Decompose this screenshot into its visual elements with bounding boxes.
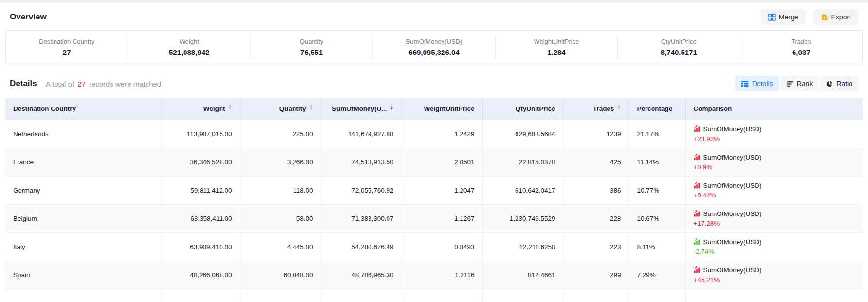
donut-chart-icon [826, 80, 833, 88]
export-button[interactable]: Export [813, 9, 858, 25]
cell-sum_of_money: 72,055,760.92 [321, 176, 402, 204]
details-title: Details [10, 79, 37, 89]
table-row [5, 289, 863, 302]
view-tab-ratio[interactable]: Ratio [820, 76, 858, 91]
cell-weight [161, 289, 240, 302]
trend-bars-icon [694, 182, 701, 189]
cell-weight_unit_price: 1.2429 [402, 120, 482, 148]
stat-label: Quantity [251, 38, 372, 45]
cell-trades: 1239 [563, 120, 629, 148]
view-tab-label: Rank [797, 80, 813, 88]
column-header-label: WeightUnitPrice [424, 105, 474, 112]
column-header-label: Weight [203, 105, 225, 112]
view-tab-details[interactable]: Details [735, 76, 779, 91]
cell-trades: 228 [563, 204, 629, 232]
match-prefix: A total of [46, 80, 74, 88]
sort-caret-down-icon: ▼ [390, 109, 394, 112]
table-row: France36,346,528.003,266.0074,513,913.50… [5, 148, 863, 176]
sort-carets[interactable]: ▲▼ [228, 106, 232, 112]
column-header-inner: SumOfMoney(U...▲▼ [332, 105, 393, 112]
table-body: Netherlands113,987,015.00225.00141,679,9… [5, 120, 863, 302]
comparison-indicator: SumOfMoney(USD) [694, 266, 855, 274]
column-header-inner: Destination Country [13, 105, 76, 112]
comparison-change-value: -2.74% [694, 248, 855, 255]
page: Overview Merge [0, 3, 868, 302]
column-header-weight_unit_price: WeightUnitPrice [402, 98, 482, 120]
comparison-metric-label: SumOfMoney(USD) [703, 125, 762, 133]
comparison-indicator: SumOfMoney(USD) [694, 182, 855, 189]
column-header-label: Destination Country [13, 105, 76, 112]
cell-weight_unit_price: 1.2116 [402, 261, 482, 289]
comparison-change-value: +23.93% [694, 135, 855, 142]
view-tabs: DetailsRankRatio [735, 76, 858, 91]
overview-card: Destination Country27Weight521,088,942Qu… [5, 30, 863, 64]
details-table: Destination CountryWeight▲▼Quantity▲▼Sum… [5, 98, 863, 302]
view-tab-rank[interactable]: Rank [780, 76, 819, 91]
sort-carets[interactable]: ▲▼ [390, 106, 394, 112]
comparison-change-value: +17.28% [694, 220, 855, 227]
column-header-label: SumOfMoney(U... [332, 105, 387, 112]
cell-qty_unit_price: 1,230,746.5529 [482, 204, 563, 232]
cell-sum_of_money: 141,679,927.88 [321, 120, 402, 148]
stat-cell-quantity: Quantity76,551 [250, 35, 372, 59]
merge-button[interactable]: Merge [761, 9, 806, 25]
cell-quantity: 4,445.00 [240, 232, 321, 261]
stat-value: 76,551 [251, 48, 372, 56]
cell-sum_of_money: 71,383,300.07 [321, 204, 402, 232]
cell-sum_of_money: 54,280,676.49 [321, 232, 402, 261]
cell-percentage [629, 289, 685, 302]
comparison-metric-label: SumOfMoney(USD) [703, 238, 762, 246]
cell-quantity: 58.00 [240, 204, 321, 232]
cell-qty_unit_price: 812.4661 [482, 261, 563, 289]
cell-sum_of_money: 48,786,965.30 [321, 261, 402, 289]
cell-weight: 113,987,015.00 [161, 120, 240, 148]
sort-carets[interactable]: ▲▼ [309, 106, 313, 112]
cell-percentage: 11.14% [629, 148, 685, 176]
sort-caret-down-icon: ▼ [228, 109, 232, 112]
column-header-inner: Weight▲▼ [203, 105, 232, 112]
stat-value: 27 [6, 48, 128, 56]
comparison-metric-label: SumOfMoney(USD) [703, 182, 762, 189]
cell-comparison: SumOfMoney(USD)+45.21% [685, 261, 863, 289]
cell-comparison: SumOfMoney(USD)+17.28% [685, 204, 863, 232]
column-header-label: Percentage [637, 105, 673, 112]
stat-cell-trades: Trades6,037 [740, 35, 862, 59]
column-header-trades[interactable]: Trades▲▼ [563, 98, 629, 120]
column-header-weight[interactable]: Weight▲▼ [161, 98, 240, 120]
column-header-country: Destination Country [5, 98, 161, 120]
cell-weight_unit_price: 2.0501 [402, 148, 482, 176]
cell-country: Netherlands [5, 120, 161, 148]
stat-value: 669,095,326.04 [373, 48, 495, 56]
cell-comparison: SumOfMoney(USD)+23.93% [685, 120, 863, 148]
stat-cell-destination-country: Destination Country27 [6, 35, 128, 59]
cell-comparison [685, 289, 863, 302]
sort-caret-down-icon: ▼ [309, 109, 313, 112]
table-header-row: Destination CountryWeight▲▼Quantity▲▼Sum… [5, 98, 863, 120]
table-row: Spain40,266,068.0060,048.0048,786,965.30… [5, 261, 863, 289]
column-header-quantity[interactable]: Quantity▲▼ [240, 98, 321, 120]
column-header-label: Comparison [694, 105, 732, 112]
cell-percentage: 21.17% [629, 120, 685, 148]
cell-country: Belgium [5, 204, 161, 232]
stat-cell-qtyunitprice: QtyUnitPrice8,740.5171 [617, 35, 739, 59]
column-header-sum_of_money[interactable]: SumOfMoney(U...▲▼ [321, 98, 402, 120]
cell-comparison: SumOfMoney(USD)+0.9% [685, 148, 863, 176]
cell-quantity: 118.00 [240, 176, 321, 204]
cell-percentage: 8.11% [629, 232, 685, 261]
column-header-percentage: Percentage [629, 98, 685, 120]
export-file-icon [821, 14, 828, 21]
cell-qty_unit_price: 22,815.0378 [482, 148, 563, 176]
sort-caret-down-icon: ▼ [617, 109, 621, 112]
trend-bars-icon [694, 238, 701, 245]
merge-cells-icon [768, 14, 776, 21]
trend-bars-icon [694, 210, 701, 217]
bar-chart-icon [786, 80, 794, 88]
cell-weight_unit_price: 0.8493 [402, 232, 482, 261]
cell-country [5, 289, 161, 302]
cell-qty_unit_price: 12,211.6258 [482, 232, 563, 261]
sort-carets[interactable]: ▲▼ [617, 106, 621, 112]
cell-country: Spain [5, 261, 161, 289]
comparison-change-value: +0.44% [694, 192, 855, 199]
comparison-metric-label: SumOfMoney(USD) [703, 266, 762, 274]
comparison-indicator: SumOfMoney(USD) [694, 210, 855, 217]
